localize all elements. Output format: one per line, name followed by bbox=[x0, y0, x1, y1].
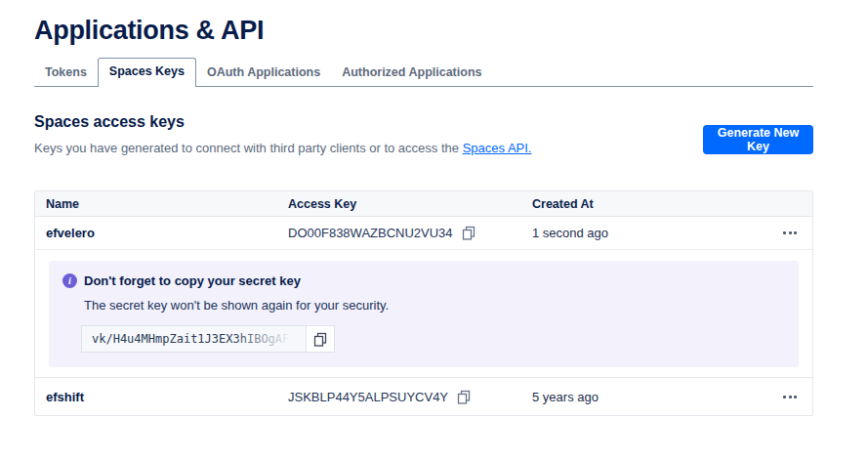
more-options-icon[interactable] bbox=[767, 390, 812, 404]
secret-key-row: i Don't forget to copy your secret key T… bbox=[35, 249, 812, 377]
copy-icon[interactable] bbox=[462, 226, 475, 240]
table-row: efshift JSKBLP44Y5ALPSUYCV4Y 5 years ago bbox=[35, 377, 812, 415]
secret-key-field: vk/H4u4MHmpZait1J3EX3hIBOgAFDH8n6gTv3H bbox=[81, 325, 783, 353]
access-key-value: DO00F838WAZBCNU2VU34 bbox=[288, 226, 453, 240]
page-title: Applications & API bbox=[34, 0, 813, 46]
spaces-api-link[interactable]: Spaces API. bbox=[463, 141, 532, 155]
table-row: efvelero DO00F838WAZBCNU2VU34 1 second a… bbox=[35, 217, 812, 249]
copy-icon[interactable] bbox=[457, 390, 471, 404]
callout-title: Don't forget to copy your secret key bbox=[84, 273, 301, 288]
created-at-value: 1 second ago bbox=[532, 226, 767, 240]
section-heading: Spaces access keys bbox=[34, 113, 531, 131]
section-header: Spaces access keys Keys you have generat… bbox=[34, 113, 813, 155]
callout-message: The secret key won't be shown again for … bbox=[84, 298, 783, 313]
secret-key-value: vk/H4u4MHmpZait1J3EX3hIBOgAFDH8n6gTv3H bbox=[81, 325, 307, 353]
page-content: Applications & API Tokens Spaces Keys OA… bbox=[34, 0, 813, 416]
tab-tokens[interactable]: Tokens bbox=[34, 60, 98, 86]
key-name: efvelero bbox=[35, 226, 288, 240]
tab-authorized-applications[interactable]: Authorized Applications bbox=[331, 60, 492, 86]
secret-key-copy-button[interactable] bbox=[306, 325, 335, 353]
more-options-icon[interactable] bbox=[767, 226, 812, 240]
created-at-value: 5 years ago bbox=[532, 390, 767, 404]
spaces-keys-table: Name Access Key Created At efvelero DO00… bbox=[34, 190, 813, 416]
column-header-name: Name bbox=[35, 197, 288, 211]
table-header-row: Name Access Key Created At bbox=[35, 191, 812, 217]
section-description: Keys you have generated to connect with … bbox=[34, 141, 531, 155]
tab-bar: Tokens Spaces Keys OAuth Applications Au… bbox=[34, 60, 813, 87]
column-header-access-key: Access Key bbox=[288, 197, 532, 211]
access-key-value: JSKBLP44Y5ALPSUYCV4Y bbox=[288, 390, 448, 404]
tab-oauth-applications[interactable]: OAuth Applications bbox=[196, 60, 331, 86]
key-name: efshift bbox=[35, 390, 288, 404]
section-header-text: Spaces access keys Keys you have generat… bbox=[34, 113, 531, 155]
generate-new-key-button[interactable]: Generate New Key bbox=[703, 125, 813, 154]
section-description-text: Keys you have generated to connect with … bbox=[34, 141, 463, 155]
secret-key-callout: i Don't forget to copy your secret key T… bbox=[49, 261, 799, 367]
info-icon: i bbox=[62, 273, 77, 288]
column-header-created-at: Created At bbox=[532, 197, 767, 211]
tab-spaces-keys[interactable]: Spaces Keys bbox=[98, 58, 196, 87]
